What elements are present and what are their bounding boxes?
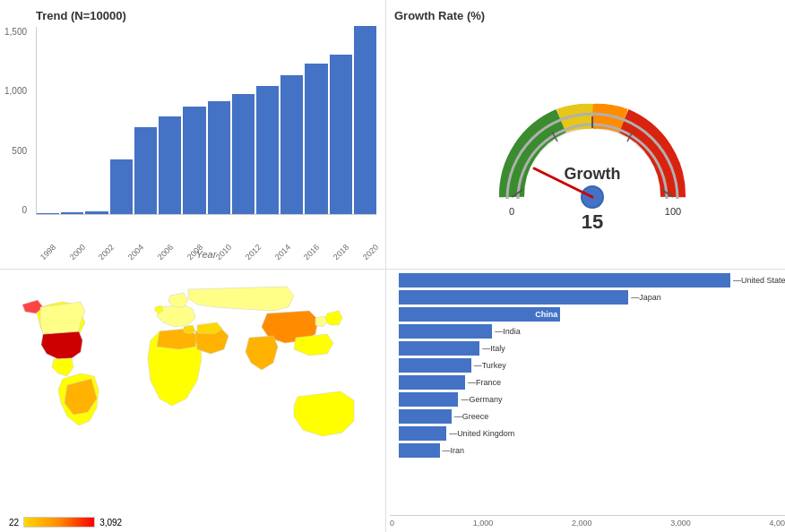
trend-bar — [183, 107, 205, 214]
h-bar: China — [399, 307, 560, 322]
bar-chart-row: —Japan — [399, 290, 785, 305]
bar-chart-row: —France — [399, 375, 785, 390]
gauge-svg: Growth 0 100 15 — [485, 54, 700, 233]
bars-container — [36, 27, 376, 215]
trend-bar — [37, 213, 59, 214]
bar-chart-row: —Turkey — [399, 358, 785, 373]
trend-bar — [159, 116, 181, 214]
trend-title: Trend (N=10000) — [36, 9, 376, 22]
trend-bar — [110, 159, 133, 214]
h-bar — [399, 443, 440, 458]
svg-text:15: 15 — [581, 210, 602, 233]
trend-bar — [330, 55, 352, 215]
horizontal-divider-left — [0, 269, 385, 270]
h-bar — [399, 426, 446, 441]
x-axis-title: Year — [196, 249, 217, 260]
bar-label: —Italy — [482, 344, 505, 353]
legend-gradient — [23, 517, 95, 528]
svg-text:100: 100 — [664, 206, 680, 217]
h-bar — [399, 392, 458, 407]
gauge-panel: Growth Rate (%) — [385, 0, 785, 269]
bar-chart-row: —Greece — [399, 409, 785, 424]
legend-min: 22 — [9, 518, 19, 528]
h-bar — [399, 358, 471, 373]
bar-label: —Japan — [631, 293, 661, 302]
trend-bar — [85, 211, 108, 214]
bar-label: —Greece — [454, 412, 489, 421]
vertical-divider — [385, 0, 386, 532]
trend-bar — [256, 86, 279, 214]
gauge-container: Growth 0 100 15 — [394, 27, 785, 260]
svg-text:0: 0 — [508, 206, 513, 217]
bar-chart-row: —Iran — [399, 443, 785, 458]
trend-bar — [61, 212, 83, 214]
trend-bar — [134, 127, 157, 214]
h-bar — [399, 409, 452, 424]
bar-label: —Germany — [461, 395, 502, 404]
bar-chart-row: —United Kingdom — [399, 426, 785, 441]
bar-chart-row: —Germany — [399, 392, 785, 407]
bar-chart-x-axis: 01,0002,0003,0004,000 — [390, 515, 785, 528]
gauge-title: Growth Rate (%) — [394, 9, 785, 22]
bar-chart-row: —India — [399, 324, 785, 339]
trend-bar — [232, 94, 254, 214]
trend-panel: Trend (N=10000) 1,500 1,000 500 0 199820… — [0, 0, 385, 269]
h-bar — [399, 341, 479, 356]
h-bar — [399, 273, 730, 287]
map-legend: 22 3,092 — [9, 517, 122, 528]
legend-max: 3,092 — [99, 518, 122, 528]
bar-label: —Turkey — [474, 361, 506, 370]
bar-label-inside: China — [535, 310, 557, 319]
y-axis: 1,500 1,000 500 0 — [4, 27, 27, 215]
trend-bar — [208, 101, 230, 214]
bar-label: —India — [495, 327, 521, 336]
h-bar — [399, 375, 465, 390]
h-bar — [399, 290, 628, 305]
h-bar — [399, 324, 492, 339]
trend-bar — [280, 75, 303, 214]
svg-text:Growth: Growth — [564, 165, 620, 183]
bar-label: —United Kingdom — [449, 429, 514, 438]
bar-label: —France — [468, 378, 501, 387]
bar-chart-row: —Italy — [399, 341, 785, 356]
trend-chart: 1,500 1,000 500 0 1998200020022004200620… — [36, 27, 376, 242]
bar-label: —Iran — [443, 446, 465, 455]
trend-bar — [354, 26, 376, 214]
bar-chart-row: —United States — [399, 273, 785, 287]
world-map — [9, 273, 376, 479]
bar-chart-row: China — [399, 307, 785, 322]
bar-chart-panel: —United States—JapanChina—India—Italy—Tu… — [385, 269, 785, 532]
trend-bar — [305, 64, 327, 214]
horizontal-bars: —United States—JapanChina—India—Italy—Tu… — [394, 273, 785, 488]
bar-label: —United States — [733, 276, 785, 285]
horizontal-divider-right — [385, 269, 785, 270]
map-panel: 22 3,092 — [0, 269, 385, 532]
